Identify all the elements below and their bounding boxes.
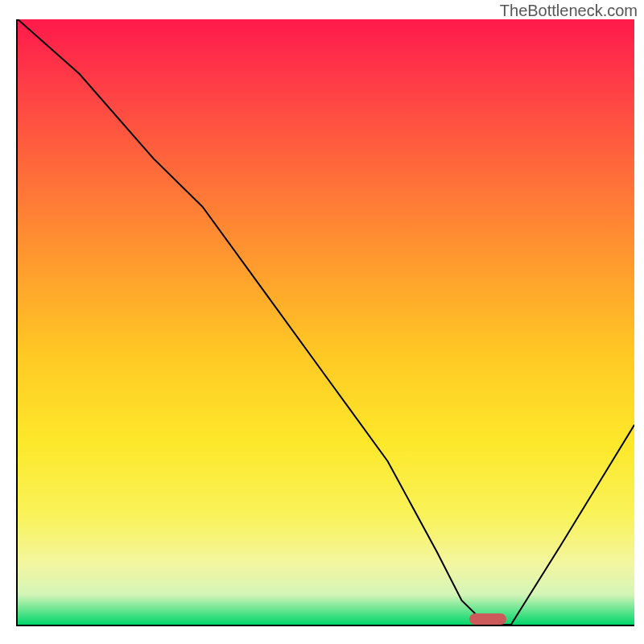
curve-path: [18, 19, 634, 625]
optimal-marker: [469, 613, 506, 625]
bottleneck-chart: TheBottleneck.com: [0, 0, 644, 644]
watermark-text: TheBottleneck.com: [500, 2, 638, 20]
curve-svg: [18, 19, 634, 625]
plot-area: [16, 19, 634, 626]
